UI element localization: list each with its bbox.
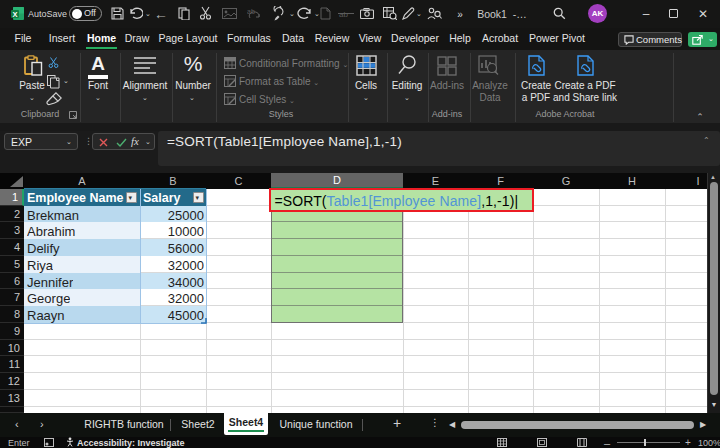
svg-text:X: X — [12, 10, 17, 19]
